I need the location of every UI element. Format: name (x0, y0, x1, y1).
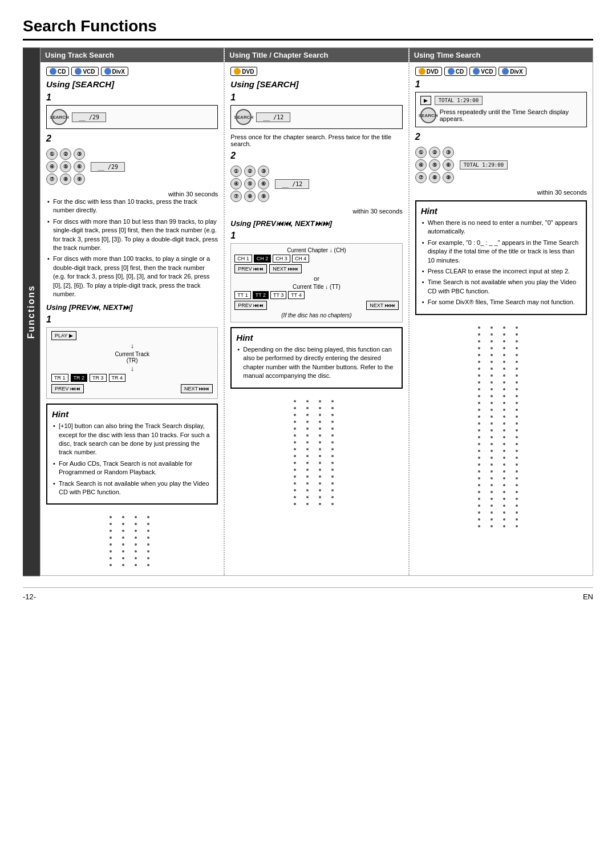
num-btn-1[interactable]: ① (46, 148, 58, 160)
tt-cell-4: TT 4 (288, 291, 304, 299)
column-track: Using Track Search CD VCD DivX Using [SE… (40, 48, 225, 575)
t-num-btn-4[interactable]: ④ (230, 178, 242, 189)
tm-num-btn-5[interactable]: ⑤ (429, 159, 440, 171)
track-dots (105, 511, 160, 571)
ch-prev-btn[interactable]: PREV ⏮⏮ (234, 264, 267, 273)
vcd-circle (75, 68, 82, 75)
track-next-btn[interactable]: NEXT ⏭⏭ (181, 384, 213, 393)
t-num-btn-8[interactable]: ⑧ (244, 191, 256, 202)
track-hint-bullets: [+10] button can also bring the Track Se… (52, 422, 212, 497)
title-step1-diagram: SEARCH __ /12 (230, 105, 402, 129)
tt-prev-btn[interactable]: PREV ⏮⏮ (234, 301, 267, 310)
num-btn-5[interactable]: ⑤ (60, 161, 71, 172)
time-display1: TOTAL 1:29:00 (435, 96, 483, 105)
col-content-track: CD VCD DivX Using [SEARCH] 1 SEARCH __ /… (40, 62, 224, 575)
track-hint-box: Hint [+10] button can also bring the Tra… (46, 404, 218, 505)
track-hint-bullet-3: Track Search is not available when you p… (52, 479, 212, 497)
tm-num-btn-2[interactable]: ② (429, 147, 440, 158)
dvd-circle-time (419, 68, 425, 75)
tt-prev-next-row: PREV ⏮⏮ NEXT ⏭⏭ (234, 301, 398, 310)
tm-num-btn-4[interactable]: ④ (415, 159, 427, 171)
time-search-btn[interactable]: SEARCH (420, 107, 436, 123)
title-numpad: ① ② ③ ④ ⑤ ⑥ ⑦ ⑧ ⑨ (230, 166, 270, 202)
tm-num-btn-6[interactable]: ⑥ (443, 159, 454, 171)
time-play-row: ▶ TOTAL 1:29:00 (420, 96, 483, 105)
play-row: PLAY ▶ (51, 331, 213, 340)
num-btn-6[interactable]: ⑥ (74, 161, 85, 172)
main-layout: Functions Using Track Search CD VCD DivX… (23, 47, 593, 576)
time-hint-bullet-3: Press CLEAR to erase the incorrect input… (421, 267, 581, 276)
badge-divx: DivX (101, 67, 128, 76)
tm-num-btn-7[interactable]: ⑦ (415, 172, 427, 183)
column-time: Using Time Search DVD CD VCD DivX 1 ▶ TO… (410, 48, 593, 575)
time-press-text: Press repeatedly until the Time Search d… (440, 108, 582, 122)
time-hint-bullet-2: For example, "0 : 0_ : _ _" appears in t… (421, 239, 581, 265)
arrow-down-2: ↓ (51, 365, 213, 373)
search-btn-1[interactable]: SEARCH (51, 109, 67, 125)
title-display2: __ /12 (275, 179, 309, 189)
track-step1-num: 1 (46, 92, 218, 103)
title-search-title: Using [SEARCH] (230, 79, 402, 89)
tm-num-btn-1[interactable]: ① (415, 147, 427, 158)
t-num-btn-3[interactable]: ③ (258, 166, 269, 177)
tr-cell-2: TR 2 (71, 374, 88, 382)
time-within-text: within 30 seconds (415, 189, 587, 196)
track-prev-btn[interactable]: PREV ⏮⏮ (51, 384, 84, 393)
badge-vcd: VCD (71, 67, 98, 76)
time-hint-box: Hint When there is no need to enter a nu… (415, 200, 587, 315)
num-btn-7[interactable]: ⑦ (46, 174, 58, 185)
track-numpad: ① ② ③ ④ ⑤ ⑥ ⑦ ⑧ ⑨ (46, 148, 86, 185)
ch-next-btn[interactable]: NEXT ⏭⏭ (269, 264, 301, 273)
track-hint-bullet-2: For Audio CDs, Track Search is not avail… (52, 459, 212, 477)
track-pn-step-num: 1 (46, 314, 218, 325)
time-play-btn[interactable]: ▶ (420, 96, 431, 105)
tt-next-btn[interactable]: NEXT ⏭⏭ (366, 301, 398, 310)
search-btn-title[interactable]: SEARCH (236, 109, 252, 125)
track-diagram: PLAY ▶ ↓ Current Track (TR) ↓ TR 1 TR 2 … (46, 327, 218, 399)
tt-cell-2: TT 2 (253, 291, 269, 299)
tm-num-btn-8[interactable]: ⑧ (429, 172, 440, 183)
track-hint-title: Hint (52, 409, 212, 419)
t-num-btn-6[interactable]: ⑥ (258, 178, 269, 189)
tm-num-btn-9[interactable]: ⑨ (443, 172, 454, 183)
title-step1-num: 1 (230, 92, 402, 103)
tm-num-btn-3[interactable]: ③ (443, 147, 454, 158)
title-prev-next-title: Using [PREV⏮⏮, NEXT⏭⏭] (230, 219, 402, 228)
columns-container: Using Track Search CD VCD DivX Using [SE… (40, 47, 593, 576)
dvd-circle-title (234, 68, 241, 75)
ch-cell-2: CH 2 (254, 255, 271, 263)
title-hint-box: Hint Depending on the disc being played,… (230, 327, 402, 389)
badge-vcd-time: VCD (469, 67, 496, 76)
title-dots (289, 396, 344, 510)
t-num-btn-5[interactable]: ⑤ (244, 178, 256, 189)
or-text: or (234, 275, 398, 282)
column-title: Using Title / Chapter Search DVD Using [… (225, 48, 409, 575)
num-btn-4[interactable]: ④ (46, 161, 58, 172)
t-num-btn-7[interactable]: ⑦ (230, 191, 242, 202)
track-bullet-1: For the disc with less than 10 tracks, p… (46, 197, 218, 215)
num-btn-3[interactable]: ③ (74, 148, 85, 160)
time-hint-bullet-1: When there is no need to enter a number,… (421, 219, 581, 236)
t-num-btn-9[interactable]: ⑨ (258, 191, 269, 202)
track-step1-diagram: SEARCH __ /29 (46, 105, 218, 129)
num-btn-9[interactable]: ⑨ (74, 174, 85, 185)
time-step2-num: 2 (415, 132, 587, 142)
t-num-btn-1[interactable]: ① (230, 166, 242, 177)
play-btn[interactable]: PLAY ▶ (51, 331, 76, 340)
t-num-btn-2[interactable]: ② (244, 166, 256, 177)
track-prev-next-section: Using [PREV⏮, NEXT⏭] 1 PLAY ▶ ↓ Current … (46, 303, 218, 399)
title-step2-num: 2 (230, 151, 402, 161)
num-btn-2[interactable]: ② (60, 148, 71, 160)
tt-cells-row: TT 1 TT 2 TT 3 TT 4 (234, 291, 398, 299)
time-step1-num: 1 (415, 79, 587, 90)
page-title: Search Functions (23, 17, 593, 41)
track-within-text: within 30 seconds (46, 191, 218, 197)
title-pn-step-num: 1 (230, 231, 402, 241)
num-btn-8[interactable]: ⑧ (60, 174, 71, 185)
current-track-label: Current Track (TR) (51, 351, 213, 364)
badge-cd: CD (46, 67, 69, 76)
title-display1: __ /12 (256, 112, 290, 122)
ch-cells-row: CH 1 CH 2 CH 3 CH 4 (234, 255, 398, 263)
badge-divx-time: DivX (499, 67, 526, 76)
ch-prev-next-row: PREV ⏮⏮ NEXT ⏭⏭ (234, 264, 398, 273)
